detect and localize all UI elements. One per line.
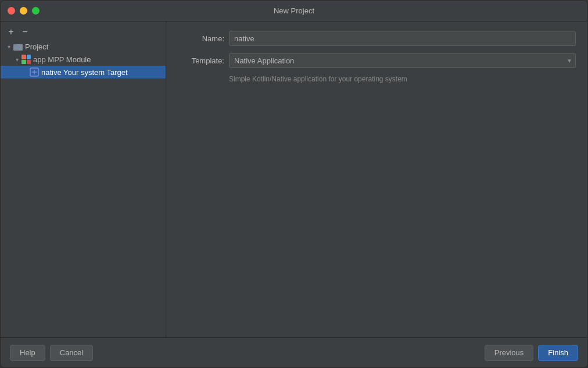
title-bar: New Project: [1, 1, 587, 22]
native-icon: [30, 67, 39, 77]
chevron-project-icon: ▾: [5, 43, 12, 50]
maximize-button[interactable]: [32, 7, 40, 15]
tree-item-app[interactable]: ▾ app MPP Module: [1, 53, 166, 66]
help-button[interactable]: Help: [10, 345, 45, 361]
finish-button[interactable]: Finish: [538, 345, 578, 361]
sidebar: + − ▾ Project ▾: [1, 22, 166, 337]
right-panel: Name: Template: Native Application Libra…: [166, 22, 587, 337]
window-controls: [8, 7, 40, 15]
template-description: Simple Kotlin/Native application for you…: [229, 75, 576, 83]
mpp-icon: [21, 55, 31, 64]
remove-button[interactable]: −: [19, 26, 31, 38]
dialog-title: New Project: [274, 6, 314, 15]
footer-left: Help Cancel: [10, 345, 93, 361]
main-content: + − ▾ Project ▾: [1, 22, 587, 337]
previous-button[interactable]: Previous: [485, 345, 534, 361]
name-label: Name:: [178, 34, 224, 43]
project-icon: [13, 42, 23, 51]
spacer: [178, 90, 576, 328]
footer-right: Previous Finish: [485, 345, 578, 361]
footer: Help Cancel Previous Finish: [1, 337, 587, 367]
template-label: Template:: [178, 56, 224, 65]
sidebar-toolbar: + −: [1, 24, 166, 40]
cancel-button[interactable]: Cancel: [50, 345, 93, 361]
name-row: Name:: [178, 31, 576, 46]
minimize-button[interactable]: [20, 7, 27, 15]
new-project-dialog: New Project + − ▾ Project: [0, 0, 588, 368]
template-row: Template: Native Application Library ▼: [178, 53, 576, 68]
close-button[interactable]: [8, 7, 15, 15]
add-button[interactable]: +: [5, 26, 17, 38]
tree-item-project-label: Project: [25, 42, 48, 51]
template-select[interactable]: Native Application Library: [229, 53, 576, 68]
tree-item-native-label: native Your system Target: [41, 68, 128, 77]
template-select-wrapper: Native Application Library ▼: [229, 53, 576, 68]
tree-item-app-label: app MPP Module: [33, 55, 91, 64]
name-input[interactable]: [229, 31, 576, 46]
tree-item-native[interactable]: ▸ native Your system Target: [1, 66, 166, 78]
tree-item-project[interactable]: ▾ Project: [1, 40, 166, 53]
chevron-app-icon: ▾: [13, 56, 20, 63]
